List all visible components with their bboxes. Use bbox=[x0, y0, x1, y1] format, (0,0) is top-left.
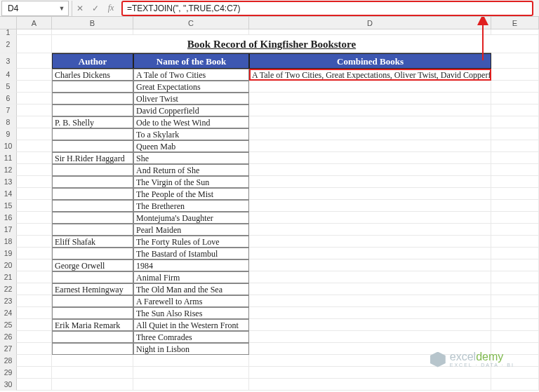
row-header[interactable]: 8 bbox=[0, 116, 17, 128]
col-header-b[interactable]: B bbox=[52, 17, 133, 29]
book-cell[interactable]: A Farewell to Arms bbox=[133, 295, 249, 307]
col-header-d[interactable]: D bbox=[249, 17, 491, 29]
cell[interactable] bbox=[491, 259, 539, 271]
cell[interactable] bbox=[17, 307, 52, 319]
row-header[interactable]: 21 bbox=[0, 271, 17, 283]
cell[interactable] bbox=[17, 259, 52, 271]
row-header[interactable]: 27 bbox=[0, 343, 17, 355]
book-cell[interactable]: Ode to the West Wind bbox=[133, 116, 249, 128]
cell[interactable] bbox=[249, 212, 491, 224]
cell[interactable] bbox=[17, 236, 52, 248]
cell[interactable] bbox=[491, 248, 539, 259]
name-box[interactable]: D4 ▼ bbox=[1, 1, 69, 16]
row-header[interactable]: 6 bbox=[0, 93, 17, 104]
author-cell[interactable] bbox=[52, 164, 133, 176]
cell[interactable] bbox=[17, 379, 52, 391]
book-cell[interactable]: The Virgin of the Sun bbox=[133, 176, 249, 188]
row-header[interactable]: 13 bbox=[0, 176, 17, 188]
cell[interactable] bbox=[491, 128, 539, 140]
cell[interactable] bbox=[491, 29, 539, 35]
cell[interactable] bbox=[249, 331, 491, 343]
cell[interactable] bbox=[249, 176, 491, 188]
book-cell[interactable]: Great Expectations bbox=[133, 81, 249, 93]
cell[interactable] bbox=[249, 200, 491, 212]
book-cell[interactable]: A Tale of Two Cities bbox=[133, 69, 249, 81]
cell[interactable] bbox=[249, 259, 491, 271]
cell[interactable] bbox=[17, 93, 52, 104]
cell[interactable] bbox=[133, 355, 249, 367]
cell[interactable] bbox=[249, 128, 491, 140]
row-header[interactable]: 15 bbox=[0, 200, 17, 212]
row-header[interactable]: 10 bbox=[0, 140, 17, 152]
cell[interactable] bbox=[133, 379, 249, 391]
cell[interactable] bbox=[17, 176, 52, 188]
cell[interactable] bbox=[491, 164, 539, 176]
author-cell[interactable] bbox=[52, 104, 133, 116]
cell[interactable] bbox=[249, 271, 491, 283]
book-cell[interactable]: And Return of She bbox=[133, 164, 249, 176]
cell[interactable] bbox=[17, 343, 52, 355]
cell[interactable] bbox=[491, 53, 539, 69]
cell[interactable] bbox=[17, 295, 52, 307]
cell[interactable] bbox=[17, 248, 52, 259]
author-cell[interactable] bbox=[52, 176, 133, 188]
cell[interactable] bbox=[17, 69, 52, 81]
book-cell[interactable]: Oliver Twist bbox=[133, 93, 249, 104]
row-header[interactable]: 5 bbox=[0, 81, 17, 93]
book-cell[interactable]: The Bastard of Istambul bbox=[133, 248, 249, 259]
cell[interactable] bbox=[249, 295, 491, 307]
cell[interactable] bbox=[249, 367, 491, 379]
cell[interactable] bbox=[17, 116, 52, 128]
book-cell[interactable]: To a Skylark bbox=[133, 128, 249, 140]
author-cell[interactable]: George Orwell bbox=[52, 259, 133, 271]
row-header[interactable]: 9 bbox=[0, 128, 17, 140]
cell[interactable] bbox=[17, 29, 52, 35]
cell[interactable] bbox=[491, 224, 539, 236]
col-header-e[interactable]: E bbox=[491, 17, 539, 29]
cell[interactable] bbox=[249, 236, 491, 248]
cell[interactable] bbox=[491, 188, 539, 200]
book-cell[interactable]: The Bretheren bbox=[133, 200, 249, 212]
author-cell[interactable] bbox=[52, 212, 133, 224]
author-cell[interactable] bbox=[52, 307, 133, 319]
fx-icon[interactable]: fx bbox=[103, 1, 119, 16]
cell[interactable] bbox=[17, 164, 52, 176]
book-cell[interactable]: The Forty Rules of Love bbox=[133, 236, 249, 248]
cell[interactable] bbox=[491, 176, 539, 188]
row-header[interactable]: 26 bbox=[0, 331, 17, 343]
col-header-a[interactable]: A bbox=[17, 17, 52, 29]
cell[interactable] bbox=[249, 116, 491, 128]
book-cell[interactable]: The People of the Mist bbox=[133, 188, 249, 200]
row-header[interactable]: 4 bbox=[0, 69, 17, 81]
chevron-down-icon[interactable]: ▼ bbox=[57, 5, 67, 12]
cell[interactable] bbox=[17, 367, 52, 379]
cell[interactable] bbox=[491, 93, 539, 104]
cell[interactable] bbox=[249, 29, 491, 35]
cell[interactable] bbox=[249, 93, 491, 104]
book-cell[interactable]: Montejuma's Daughter bbox=[133, 212, 249, 224]
cell[interactable] bbox=[17, 128, 52, 140]
author-cell[interactable]: Sir H.Rider Haggard bbox=[52, 152, 133, 164]
cell[interactable] bbox=[17, 355, 52, 367]
cell[interactable] bbox=[491, 307, 539, 319]
book-cell[interactable]: Pearl Maiden bbox=[133, 224, 249, 236]
row-header[interactable]: 7 bbox=[0, 104, 17, 116]
book-cell[interactable]: David Copperfield bbox=[133, 104, 249, 116]
cell[interactable] bbox=[17, 212, 52, 224]
cell[interactable] bbox=[17, 53, 52, 69]
cell[interactable] bbox=[491, 200, 539, 212]
author-cell[interactable] bbox=[52, 93, 133, 104]
cell[interactable] bbox=[491, 283, 539, 295]
cell[interactable] bbox=[17, 140, 52, 152]
row-header[interactable]: 3 bbox=[0, 53, 17, 69]
formula-input[interactable]: =TEXTJOIN(", ",TRUE,C4:C7) bbox=[121, 1, 533, 16]
book-cell[interactable]: The Sun Also Rises bbox=[133, 307, 249, 319]
cell[interactable] bbox=[491, 212, 539, 224]
author-cell[interactable] bbox=[52, 128, 133, 140]
cell[interactable] bbox=[17, 188, 52, 200]
book-cell[interactable]: She bbox=[133, 152, 249, 164]
author-cell[interactable] bbox=[52, 224, 133, 236]
row-header[interactable]: 30 bbox=[0, 379, 17, 391]
row-header[interactable]: 24 bbox=[0, 307, 17, 319]
cell[interactable] bbox=[17, 35, 52, 53]
